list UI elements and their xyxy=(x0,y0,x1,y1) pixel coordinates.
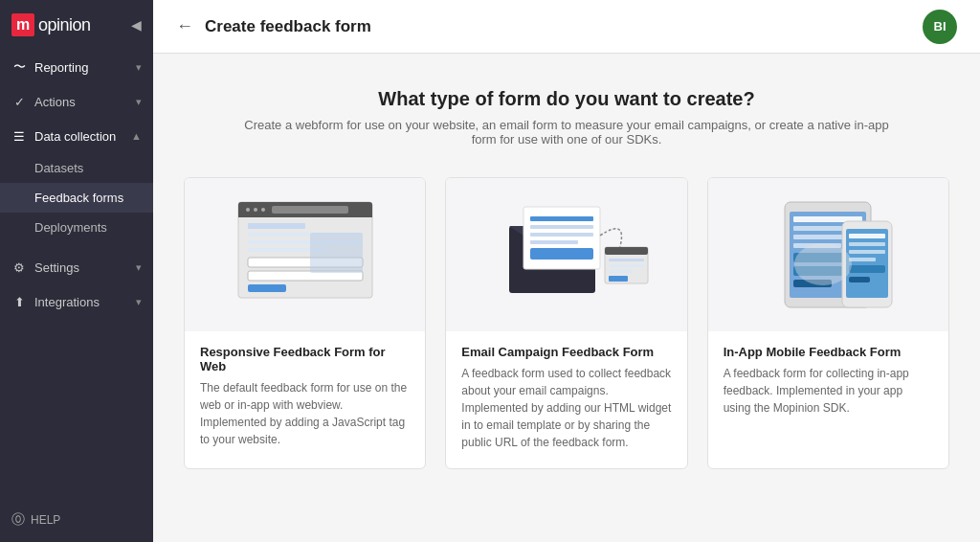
sidebar-item-reporting-label: Reporting xyxy=(34,60,128,75)
form-type-cards: Responsive Feedback Form for Web The def… xyxy=(184,177,949,469)
content-area: What type of form do you want to create?… xyxy=(153,54,980,542)
web-form-card[interactable]: Responsive Feedback Form for Web The def… xyxy=(184,177,426,469)
page-title: Create feedback form xyxy=(205,17,371,36)
svg-rect-43 xyxy=(849,258,876,261)
actions-icon: ✓ xyxy=(11,94,27,109)
svg-rect-45 xyxy=(849,277,870,282)
web-form-card-description: The default feedback form for use on the… xyxy=(200,379,410,448)
web-form-illustration xyxy=(185,178,425,331)
svg-rect-17 xyxy=(523,207,600,269)
form-type-heading: What type of form do you want to create? xyxy=(378,88,754,110)
sidebar-item-integrations-label: Integrations xyxy=(34,295,128,309)
integrations-chevron-icon: ▾ xyxy=(136,296,142,308)
data-collection-icon: ☰ xyxy=(11,128,27,144)
form-type-subheading: Create a webform for use on your website… xyxy=(232,118,902,147)
svg-rect-44 xyxy=(849,265,885,273)
svg-rect-28 xyxy=(609,276,628,282)
inapp-form-card-body: In-App Mobile Feedback Form A feedback f… xyxy=(708,331,948,417)
sidebar-item-actions[interactable]: ✓ Actions ▾ xyxy=(0,84,153,119)
inapp-form-card[interactable]: In-App Mobile Feedback Form A feedback f… xyxy=(707,177,949,469)
logo-m-icon: m xyxy=(11,13,34,36)
svg-point-3 xyxy=(246,208,250,212)
sidebar-item-settings[interactable]: ⚙ Settings ▾ xyxy=(0,250,153,284)
sidebar-subitem-deployments[interactable]: Deployments xyxy=(0,213,153,242)
svg-rect-25 xyxy=(609,259,644,261)
svg-rect-39 xyxy=(846,229,888,298)
sidebar-collapse-button[interactable]: ◀ xyxy=(131,17,142,33)
sidebar-item-reporting[interactable]: 〜 Reporting ▾ xyxy=(0,50,153,84)
inapp-form-card-description: A feedback form for collecting in-app fe… xyxy=(724,365,933,417)
svg-rect-13 xyxy=(248,284,286,292)
email-form-card[interactable]: Email Campaign Feedback Form A feedback … xyxy=(445,177,687,469)
svg-rect-42 xyxy=(849,250,885,254)
sidebar-item-actions-label: Actions xyxy=(34,95,128,109)
help-icon: ⓪ xyxy=(11,511,25,529)
svg-rect-18 xyxy=(530,216,593,221)
svg-rect-20 xyxy=(530,233,593,237)
page-header: ← Create feedback form BI xyxy=(153,0,980,54)
back-button[interactable]: ← xyxy=(176,16,193,36)
svg-rect-41 xyxy=(849,242,885,246)
svg-rect-40 xyxy=(849,234,885,238)
sidebar-subitem-datasets[interactable]: Datasets xyxy=(0,153,153,183)
web-form-card-body: Responsive Feedback Form for Web The def… xyxy=(185,331,425,448)
sidebar-item-integrations[interactable]: ⬆ Integrations ▾ xyxy=(0,284,153,319)
sidebar-subitem-feedback-forms[interactable]: Feedback forms xyxy=(0,183,153,213)
email-form-card-body: Email Campaign Feedback Form A feedback … xyxy=(446,331,686,451)
sidebar-item-settings-label: Settings xyxy=(34,260,128,275)
svg-rect-21 xyxy=(530,240,578,244)
avatar: BI xyxy=(923,10,957,44)
svg-point-46 xyxy=(794,243,852,285)
svg-point-5 xyxy=(261,208,265,212)
email-form-illustration xyxy=(446,178,686,331)
svg-rect-26 xyxy=(609,264,644,267)
sidebar-item-data-collection-label: Data collection xyxy=(34,129,123,144)
email-form-card-description: A feedback form used to collect feedback… xyxy=(461,365,671,451)
inapp-form-illustration xyxy=(708,178,948,331)
sidebar: m opinion ◀ 〜 Reporting ▾ ✓ Actions ▾ ☰ … xyxy=(0,0,153,542)
svg-rect-24 xyxy=(605,247,648,255)
web-form-card-title: Responsive Feedback Form for Web xyxy=(200,345,410,373)
reporting-icon: 〜 xyxy=(11,59,27,75)
inapp-form-card-title: In-App Mobile Feedback Form xyxy=(724,345,933,359)
integrations-icon: ⬆ xyxy=(11,294,27,309)
settings-icon: ⚙ xyxy=(11,260,27,275)
email-form-card-title: Email Campaign Feedback Form xyxy=(461,345,671,359)
sidebar-logo: m opinion ◀ xyxy=(0,0,153,50)
reporting-chevron-icon: ▾ xyxy=(136,61,142,74)
data-collection-chevron-icon: ▲ xyxy=(131,130,142,142)
svg-rect-2 xyxy=(238,214,372,217)
help-label: HELP xyxy=(31,513,60,527)
svg-rect-6 xyxy=(272,206,348,214)
svg-rect-7 xyxy=(248,223,305,229)
logo-text: opinion xyxy=(38,15,91,35)
actions-chevron-icon: ▾ xyxy=(136,96,142,108)
settings-chevron-icon: ▾ xyxy=(136,261,142,274)
svg-rect-27 xyxy=(609,270,633,273)
svg-rect-22 xyxy=(530,248,593,260)
help-button[interactable]: ⓪ HELP xyxy=(0,498,153,542)
svg-rect-19 xyxy=(530,225,593,229)
svg-point-4 xyxy=(254,208,257,212)
svg-rect-14 xyxy=(310,233,363,273)
main-content: ← Create feedback form BI What type of f… xyxy=(153,0,980,542)
sidebar-item-data-collection[interactable]: ☰ Data collection ▲ xyxy=(0,119,153,153)
